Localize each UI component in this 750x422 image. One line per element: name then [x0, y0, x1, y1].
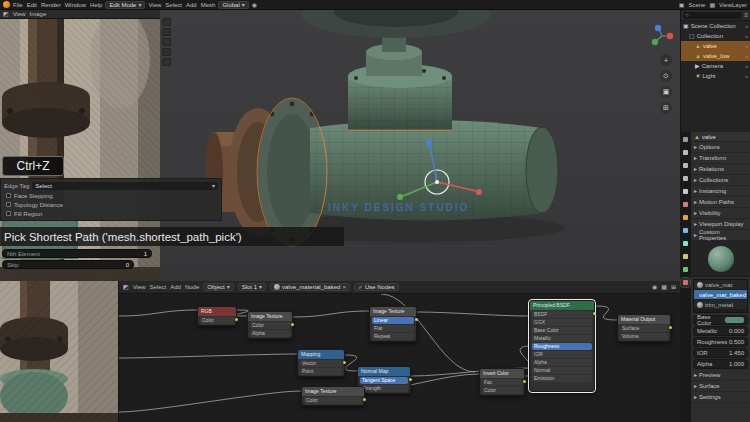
transform-orientation-dropdown[interactable]: Global ▾: [218, 1, 248, 9]
material-slot-row[interactable]: valve_mat_baked: [694, 290, 747, 300]
tab-physics-icon[interactable]: [681, 239, 690, 248]
viewport-menu-select[interactable]: Select: [165, 2, 182, 8]
node-invert-color[interactable]: Invert ColorFacColor: [479, 368, 525, 396]
visibility-toggle-icon[interactable]: ●: [746, 24, 748, 29]
scene-name[interactable]: Scene: [688, 2, 705, 8]
operator-field-nth-element[interactable]: Nth Element1: [2, 249, 152, 258]
image-menu-view[interactable]: View: [13, 11, 26, 17]
material-slot-row[interactable]: trim_metal: [694, 300, 747, 310]
material-preview[interactable]: [691, 241, 750, 277]
node-socket-row[interactable]: Color: [250, 322, 290, 329]
zoom-icon[interactable]: +: [660, 54, 672, 66]
checkbox-icon[interactable]: [6, 193, 11, 198]
panel-custom-properties[interactable]: ▸Custom Properties: [691, 230, 750, 241]
node-menu-node[interactable]: Node: [185, 284, 199, 290]
node-image-texture[interactable]: Image TextureColor: [301, 386, 365, 406]
node-header[interactable]: Invert Color: [480, 369, 524, 378]
node-socket-row[interactable]: Strength: [360, 385, 408, 392]
tab-modifiers-icon[interactable]: [681, 226, 690, 235]
visibility-toggle-icon[interactable]: ●: [746, 64, 748, 69]
node-header[interactable]: Normal Map: [358, 367, 410, 376]
tool-rotate-icon[interactable]: [162, 48, 171, 56]
node-socket-row[interactable]: Color: [200, 317, 234, 324]
image-menu-image[interactable]: Image: [30, 11, 47, 17]
valve-handwheel[interactable]: [301, 10, 491, 52]
tab-render-icon[interactable]: [681, 148, 690, 157]
field-ior[interactable]: IOR1.450: [693, 348, 748, 358]
node-principled-bsdf[interactable]: Principled BSDFBSDFGGXBase ColorMetallic…: [529, 300, 595, 392]
node-socket-row[interactable]: Base Color: [532, 327, 592, 334]
node-socket-row[interactable]: GGX: [532, 319, 592, 326]
node-socket-row[interactable]: IOR: [532, 351, 592, 358]
editor-type-icon[interactable]: ◩: [3, 11, 9, 17]
node-menu-select[interactable]: Select: [150, 284, 167, 290]
tab-constraints-icon[interactable]: [681, 252, 690, 261]
panel-instancing[interactable]: ▸Instancing: [691, 186, 750, 197]
menu-window[interactable]: Window: [65, 2, 86, 8]
node-socket-row[interactable]: Roughness: [532, 343, 592, 350]
panel-surface[interactable]: ▸Surface: [691, 381, 750, 392]
node-socket-row[interactable]: Normal: [532, 367, 592, 374]
node-image-texture[interactable]: Image TextureColorAlpha: [247, 311, 293, 339]
cam-view-icon[interactable]: ▣: [660, 86, 672, 98]
panel-relations[interactable]: ▸Relations: [691, 164, 750, 175]
tab-object-data-icon[interactable]: [681, 265, 690, 274]
tab-tool-icon[interactable]: [681, 135, 690, 144]
menu-edit[interactable]: Edit: [27, 2, 37, 8]
node-socket-row[interactable]: Point: [300, 368, 342, 375]
node-material-output[interactable]: Material OutputSurfaceVolume: [617, 314, 671, 342]
field-alpha[interactable]: Alpha1.000: [693, 359, 748, 369]
node-normal-map[interactable]: Normal MapTangent SpaceStrength: [357, 366, 411, 394]
node-menu-add[interactable]: Add: [170, 284, 181, 290]
field-base-color[interactable]: Base Color: [693, 315, 748, 325]
visibility-toggle-icon[interactable]: ●: [746, 54, 748, 59]
tab-world-icon[interactable]: [681, 200, 690, 209]
menu-help[interactable]: Help: [90, 2, 102, 8]
viewport-menu-add[interactable]: Add: [186, 2, 197, 8]
menu-file[interactable]: File: [13, 2, 23, 8]
node-socket-row[interactable]: Repeat: [372, 333, 414, 340]
view-layer-name[interactable]: ViewLayer: [719, 2, 747, 8]
panel-preview[interactable]: ▸Preview: [691, 370, 750, 381]
mode-dropdown[interactable]: Edit Mode ▾: [105, 1, 145, 9]
field-metallic[interactable]: Metallic0.000: [693, 326, 748, 336]
tab-view-layer-icon[interactable]: [681, 174, 690, 183]
node-header[interactable]: Image Texture: [302, 387, 364, 396]
tab-output-icon[interactable]: [681, 161, 690, 170]
viewport-menu-view[interactable]: View: [148, 2, 161, 8]
node-socket-row[interactable]: Color: [304, 397, 362, 404]
overlays-icon[interactable]: ▦: [661, 284, 667, 290]
node-header[interactable]: Image Texture: [370, 307, 416, 316]
panel-settings[interactable]: ▸Settings: [691, 392, 750, 403]
close-icon[interactable]: ×: [342, 284, 346, 290]
node-socket-row[interactable]: Tangent Space: [360, 377, 408, 384]
node-mapping[interactable]: MappingVectorPoint: [297, 349, 345, 377]
node-socket-row[interactable]: Color: [482, 387, 522, 394]
node-header[interactable]: RGB: [198, 307, 236, 316]
node-socket-row[interactable]: Flat: [372, 325, 414, 332]
node-rgb[interactable]: RGBColor: [197, 306, 237, 326]
tab-material-icon[interactable]: [681, 278, 690, 287]
pan-icon[interactable]: ⊙: [660, 70, 672, 82]
visibility-toggle-icon[interactable]: ●: [746, 44, 748, 49]
outliner-search-input[interactable]: ○: [683, 12, 742, 19]
shader-type-dropdown[interactable]: Object ▾: [203, 283, 233, 291]
node-header[interactable]: Material Output: [618, 315, 670, 324]
node-socket-row[interactable]: Alpha: [250, 330, 290, 337]
node-image-texture[interactable]: Image TextureLinearFlatRepeat: [369, 306, 417, 342]
outliner-row[interactable]: ▶Camera●: [681, 61, 750, 71]
operator-field-skip[interactable]: Skip0: [2, 260, 134, 269]
checkbox-icon[interactable]: [6, 211, 11, 216]
node-menu-view[interactable]: View: [133, 284, 146, 290]
valve-bonnet[interactable]: [348, 44, 452, 130]
blender-logo-icon[interactable]: [3, 1, 10, 8]
snap-magnet-icon[interactable]: ◉: [652, 284, 657, 290]
option-face-stepping[interactable]: Face Stepping: [4, 191, 218, 200]
visibility-toggle-icon[interactable]: ●: [746, 74, 748, 79]
field-roughness[interactable]: Roughness0.500: [693, 337, 748, 347]
node-socket-row[interactable]: Metallic: [532, 335, 592, 342]
option-fill-region[interactable]: Fill Region: [4, 209, 218, 218]
editor-type-icon[interactable]: ◩: [123, 284, 129, 290]
menu-render[interactable]: Render: [41, 2, 61, 8]
breadcrumb-object-name[interactable]: valve: [702, 134, 716, 140]
